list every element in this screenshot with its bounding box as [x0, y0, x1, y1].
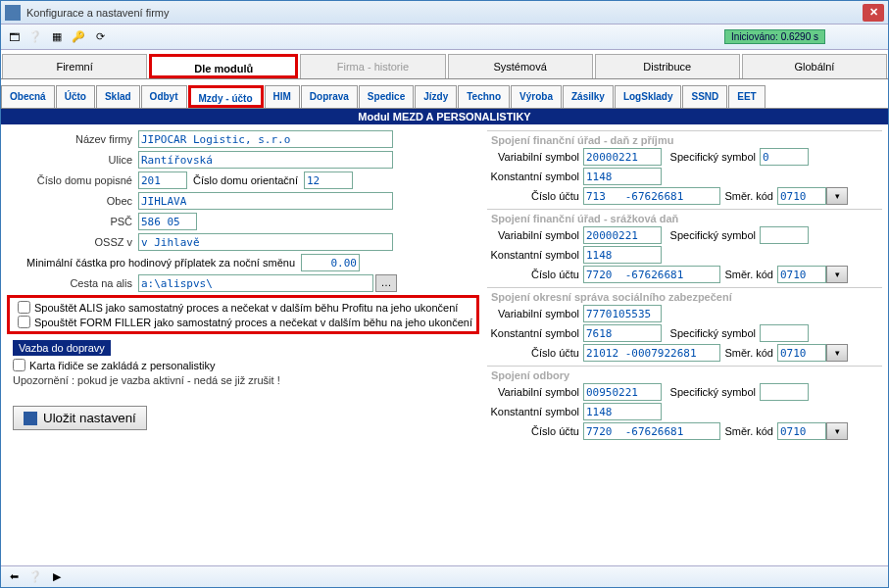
- subtab-vyroba[interactable]: Výroba: [511, 85, 562, 108]
- main-tabs: Firemní Dle modulů Firma - historie Syst…: [1, 50, 888, 79]
- s4-ucet[interactable]: [583, 422, 720, 440]
- s3-spec[interactable]: [760, 324, 809, 342]
- right-column: Spojení finanční úřad - daň z příjmu Var…: [487, 130, 882, 560]
- input-min-castka[interactable]: [301, 254, 360, 271]
- input-nazev[interactable]: [138, 130, 393, 148]
- subtab-spedice[interactable]: Spedice: [359, 85, 414, 108]
- label-ossz: OSSZ v: [7, 236, 138, 248]
- footer-help-icon[interactable]: ❔: [26, 568, 44, 586]
- label-min-castka: Minimální částka pro hodinový příplatek …: [7, 257, 301, 269]
- tab-distribuce[interactable]: Distribuce: [595, 54, 740, 78]
- s3-var[interactable]: [583, 305, 662, 322]
- s1-kod[interactable]: [777, 187, 826, 205]
- sub-tabs: Obecná Účto Sklad Odbyt Mzdy - účto HIM …: [1, 85, 888, 109]
- s2-kod-combo[interactable]: ▾: [826, 266, 848, 283]
- s1-var[interactable]: [583, 148, 662, 166]
- tab-firemni[interactable]: Firemní: [2, 54, 147, 78]
- section-2: Spojení finanční úřad - srážková daň Var…: [487, 209, 882, 283]
- footer-icon-1[interactable]: ⬅: [5, 568, 23, 586]
- label-ulice: Ulice: [7, 154, 138, 166]
- tool-icon-1[interactable]: 🗔: [5, 28, 23, 46]
- input-cislo-pop[interactable]: [138, 172, 187, 189]
- tool-icon-5[interactable]: ⟳: [91, 28, 109, 46]
- subtab-ssnd[interactable]: SSND: [682, 85, 727, 108]
- check-karta[interactable]: [13, 359, 25, 371]
- section-3-title: Spojení okresní správa sociálního zabezp…: [487, 289, 882, 305]
- input-ulice[interactable]: [138, 151, 393, 169]
- toolbar: 🗔 ❔ ▦ 🔑 ⟳ Iniciováno: 0.6290 s: [1, 24, 888, 50]
- s1-ucet[interactable]: [583, 187, 720, 205]
- footer-icon-3[interactable]: ▶: [48, 568, 66, 586]
- s3-kod-combo[interactable]: ▾: [826, 344, 848, 362]
- s1-spec[interactable]: [760, 148, 809, 166]
- s3-konst[interactable]: [583, 324, 662, 342]
- s4-kod-combo[interactable]: ▾: [826, 422, 848, 440]
- save-button[interactable]: Uložit nastavení: [13, 406, 147, 430]
- save-icon: [24, 412, 37, 425]
- label-cislo-or: Číslo domu orientační: [187, 174, 304, 186]
- subtab-techno[interactable]: Techno: [458, 85, 510, 108]
- input-psc[interactable]: [138, 213, 197, 230]
- section-4: Spojení odbory Variabilní symbolSpecific…: [487, 366, 882, 440]
- check-alis[interactable]: [18, 301, 30, 314]
- s1-konst[interactable]: [583, 168, 662, 185]
- window-title: Konfigurace a nastavení firmy: [26, 7, 863, 19]
- s3-ucet[interactable]: [583, 344, 720, 362]
- subtab-eet[interactable]: EET: [728, 85, 765, 108]
- tab-systemova[interactable]: Systémová: [448, 54, 593, 78]
- subtab-sklad[interactable]: Sklad: [96, 85, 140, 108]
- close-icon[interactable]: ✕: [863, 4, 884, 22]
- check-formfiller-label: Spouštět FORM FILLER jako samostatný pro…: [34, 317, 472, 328]
- tool-icon-3[interactable]: ▦: [48, 28, 66, 46]
- tool-icon-4[interactable]: 🔑: [70, 28, 87, 46]
- section-1: Spojení finanční úřad - daň z příjmu Var…: [487, 130, 882, 205]
- input-ossz[interactable]: [138, 233, 393, 251]
- tab-dle-modulu[interactable]: Dle modulů: [149, 54, 298, 78]
- s2-var[interactable]: [583, 226, 662, 244]
- section-1-title: Spojení finanční úřad - daň z příjmu: [487, 132, 882, 148]
- subtab-logsklady[interactable]: LogSklady: [615, 85, 682, 108]
- s2-konst[interactable]: [583, 246, 662, 264]
- browse-button[interactable]: …: [375, 274, 397, 292]
- label-psc: PSČ: [7, 216, 138, 227]
- window: Konfigurace a nastavení firmy ✕ 🗔 ❔ ▦ 🔑 …: [0, 0, 889, 588]
- check-alis-label: Spouštět ALIS jako samostatný proces a n…: [34, 302, 458, 314]
- subtab-odbyt[interactable]: Odbyt: [141, 85, 187, 108]
- subtab-zasilky[interactable]: Zásilky: [563, 85, 614, 108]
- subtab-doprava[interactable]: Doprava: [301, 85, 358, 108]
- label-cesta: Cesta na alis: [7, 277, 138, 289]
- s4-konst[interactable]: [583, 403, 662, 420]
- highlighted-checks: Spouštět ALIS jako samostatný proces a n…: [7, 295, 479, 334]
- section-3: Spojení okresní správa sociálního zabezp…: [487, 287, 882, 362]
- section-4-title: Spojení odbory: [487, 368, 882, 383]
- s2-kod[interactable]: [777, 266, 826, 283]
- footer: ⬅ ❔ ▶: [1, 565, 888, 587]
- subtab-jizdy[interactable]: Jízdy: [415, 85, 457, 108]
- titlebar: Konfigurace a nastavení firmy ✕: [1, 1, 888, 24]
- s3-kod[interactable]: [777, 344, 826, 362]
- content: Název firmy Ulice Číslo domu popisnéČísl…: [1, 124, 888, 565]
- input-obec[interactable]: [138, 192, 393, 210]
- tab-firma-historie[interactable]: Firma - historie: [300, 54, 445, 78]
- subtab-mzdy[interactable]: Mzdy - účto: [188, 85, 264, 108]
- input-cislo-or[interactable]: [304, 172, 353, 189]
- s4-spec[interactable]: [760, 383, 809, 401]
- vazba-header: Vazba do dopravy: [13, 340, 111, 356]
- tab-globalni[interactable]: Globální: [742, 54, 887, 78]
- s4-var[interactable]: [583, 383, 662, 401]
- label-obec: Obec: [7, 195, 138, 207]
- save-label: Uložit nastavení: [43, 411, 136, 425]
- s2-ucet[interactable]: [583, 266, 720, 283]
- subtab-obecna[interactable]: Obecná: [1, 85, 55, 108]
- subtab-him[interactable]: HIM: [265, 85, 300, 108]
- input-cesta[interactable]: [138, 274, 373, 292]
- app-icon: [5, 5, 21, 21]
- subtab-ucto[interactable]: Účto: [56, 85, 95, 108]
- help-icon[interactable]: ❔: [26, 28, 44, 46]
- s4-kod[interactable]: [777, 422, 826, 440]
- s2-spec[interactable]: [760, 226, 809, 244]
- s1-kod-combo[interactable]: ▾: [826, 187, 848, 205]
- note: Upozornění : pokud je vazba aktivní - ne…: [7, 372, 479, 386]
- check-formfiller[interactable]: [18, 316, 30, 328]
- init-badge: Iniciováno: 0.6290 s: [724, 29, 825, 44]
